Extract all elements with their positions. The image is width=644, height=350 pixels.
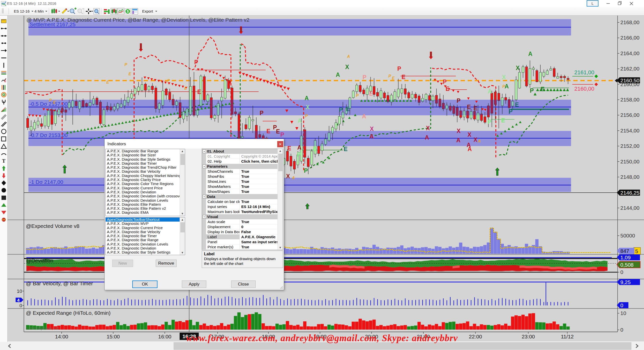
svg-text:A: A <box>292 176 295 180</box>
svg-text:2154,00: 2154,00 <box>620 128 639 133</box>
svg-text:X: X <box>516 65 520 71</box>
svg-text:A: A <box>505 83 509 90</box>
svg-text:X: X <box>457 128 461 134</box>
svg-text:P: P <box>260 110 263 116</box>
svg-text:© 2016 NinjaTrader, LLC: © 2016 NinjaTrader, LLC <box>26 327 59 330</box>
svg-text:X: X <box>370 126 374 132</box>
svg-text:5: 5 <box>635 248 638 254</box>
svg-text:2148,00: 2148,00 <box>620 174 639 180</box>
svg-text:P: P <box>49 98 52 102</box>
svg-text:0,508: 0,508 <box>620 262 634 268</box>
svg-text:@Expected Volume v8: @Expected Volume v8 <box>26 223 79 229</box>
svg-text:@Deviation: @Deviation <box>26 258 53 263</box>
svg-text:E: E <box>401 74 405 80</box>
svg-text:2164,00: 2164,00 <box>620 50 639 56</box>
svg-text:9,25: 9,25 <box>620 279 631 285</box>
svg-text:E: E <box>467 104 471 110</box>
svg-text:X: X <box>426 125 430 131</box>
svg-text:P: P <box>356 93 359 98</box>
svg-text:E: E <box>541 86 544 92</box>
svg-text:E: E <box>129 72 132 76</box>
svg-text:$: $ <box>127 9 129 13</box>
svg-text:E: E <box>276 128 280 135</box>
svg-text:E: E <box>106 80 109 84</box>
svg-text:2144,00: 2144,00 <box>620 205 639 211</box>
svg-text:2162,00: 2162,00 <box>620 66 639 72</box>
svg-text:@ Expected Range (HiToLo, 60mi: @ Expected Range (HiToLo, 60min) <box>26 310 110 316</box>
svg-text:2161,00: 2161,00 <box>574 69 594 76</box>
svg-text:@ Bar Velocity, @ Bar Timer: @ Bar Velocity, @ Bar Timer <box>26 281 93 286</box>
svg-text:0: 0 <box>620 302 623 308</box>
svg-text:E: E <box>184 86 187 90</box>
svg-text:P: P <box>167 79 170 83</box>
svg-text:E: E <box>346 106 350 112</box>
svg-text:A: A <box>305 95 309 101</box>
svg-text:X: X <box>345 64 349 70</box>
svg-text:A: A <box>298 118 302 124</box>
svg-text:E: E <box>392 76 395 80</box>
svg-text:0: 0 <box>19 303 22 308</box>
svg-text:0: 0 <box>620 327 623 333</box>
svg-text:A: A <box>297 144 302 151</box>
svg-text:1,09: 1,09 <box>620 255 631 260</box>
svg-text:A: A <box>425 134 429 141</box>
svg-text:P: P <box>443 79 447 85</box>
svg-text:A: A <box>488 88 492 95</box>
svg-text:E: E <box>313 146 317 152</box>
svg-text:-1 Dσ 2147,00: -1 Dσ 2147,00 <box>29 179 63 185</box>
svg-text:P: P <box>388 74 391 78</box>
svg-text:P: P <box>488 119 491 125</box>
svg-text:10: 10 <box>620 310 626 316</box>
svg-text:P: P <box>530 87 534 94</box>
svg-text:2152,00: 2152,00 <box>620 143 639 149</box>
svg-text:50000: 50000 <box>620 233 635 238</box>
svg-text:2156,00: 2156,00 <box>620 112 639 118</box>
svg-text:2158,00: 2158,00 <box>620 97 639 102</box>
svg-text:@ MVP, A.P.E.X. Diagnostic Cur: @ MVP, A.P.E.X. Diagnostic Current Price… <box>26 17 249 23</box>
svg-text:P: P <box>457 97 460 104</box>
svg-text:P: P <box>304 167 308 174</box>
svg-text:X: X <box>473 136 477 143</box>
svg-text:X: X <box>306 104 310 111</box>
svg-text:E: E <box>53 100 56 104</box>
svg-text:E: E <box>446 86 449 92</box>
svg-text:A: A <box>456 137 461 144</box>
svg-text:2146,25: 2146,25 <box>620 190 639 196</box>
svg-text:A: A <box>336 72 340 78</box>
svg-text:E: E <box>369 90 373 97</box>
svg-text:A: A <box>370 133 374 140</box>
svg-text:P: P <box>363 74 366 81</box>
svg-text:A: A <box>477 139 481 143</box>
svg-text:X: X <box>467 131 471 138</box>
svg-text:E: E <box>266 128 270 134</box>
svg-text:P: P <box>194 59 198 65</box>
svg-text:A: A <box>528 51 533 57</box>
svg-text:T: T <box>2 158 6 164</box>
svg-text:A: A <box>362 113 366 120</box>
svg-text:2166,00: 2166,00 <box>620 35 639 41</box>
svg-text:E: E <box>344 146 347 152</box>
svg-text:0: 0 <box>620 269 623 275</box>
svg-text:2150,00: 2150,00 <box>620 159 639 164</box>
svg-text:E: E <box>4 79 6 83</box>
svg-text:P: P <box>509 108 512 115</box>
svg-text:10: 10 <box>17 289 22 294</box>
svg-text:P: P <box>305 114 308 118</box>
svg-text:X: X <box>286 173 290 180</box>
svg-text:A: A <box>467 142 471 148</box>
svg-text:847: 847 <box>620 248 629 254</box>
svg-text:E: E <box>287 145 291 152</box>
svg-text:P: P <box>125 62 127 67</box>
svg-text:2160,00: 2160,00 <box>574 86 594 92</box>
svg-text:P: P <box>297 151 301 158</box>
svg-text:E: E <box>501 117 505 124</box>
svg-text:P: P <box>339 107 343 113</box>
svg-text:2160,50: 2160,50 <box>620 78 639 83</box>
svg-text:X: X <box>502 74 506 81</box>
svg-text:E: E <box>515 101 519 108</box>
svg-text:E: E <box>197 89 201 95</box>
svg-text:4: 4 <box>17 298 20 303</box>
svg-text:E: E <box>473 105 477 112</box>
svg-text:P: P <box>280 131 284 138</box>
svg-text:2168,00: 2168,00 <box>620 19 639 25</box>
